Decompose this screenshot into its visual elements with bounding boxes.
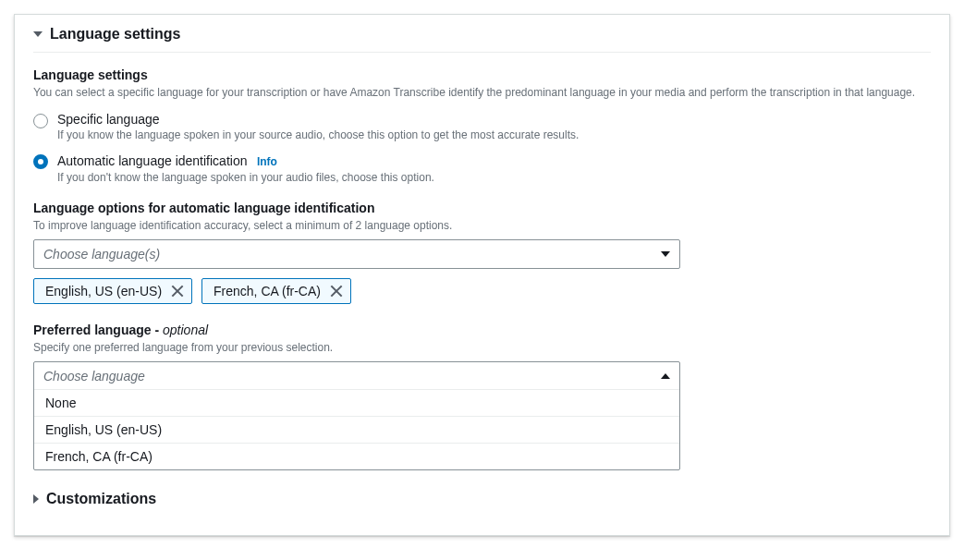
preferred-language-select-header[interactable]: Choose language (34, 362, 679, 390)
radio-specific-label: Specific language (57, 112, 579, 127)
close-icon[interactable] (330, 285, 343, 298)
close-icon[interactable] (171, 285, 184, 298)
radio-text-wrap: Specific language If you know the langua… (57, 112, 579, 141)
info-link[interactable]: Info (257, 155, 277, 168)
customizations-section-header[interactable]: Customizations (33, 474, 931, 517)
preferred-language-select-open: Choose language None English, US (en-US)… (33, 361, 680, 470)
radio-specific-language[interactable]: Specific language If you know the langua… (33, 112, 931, 141)
preferred-language-title-main: Preferred language - (33, 323, 163, 337)
radio-icon-selected[interactable] (33, 154, 48, 169)
option-none[interactable]: None (34, 390, 679, 417)
radio-automatic-language[interactable]: Automatic language identification Info I… (33, 152, 931, 184)
radio-icon[interactable] (33, 114, 48, 128)
language-options-title: Language options for automatic language … (33, 201, 931, 215)
language-token-fr-ca: French, CA (fr-CA) (201, 278, 351, 304)
language-settings-panel: Language settings Language settings You … (14, 14, 950, 536)
radio-text-wrap: Automatic language identification Info I… (57, 152, 434, 184)
selected-language-tokens: English, US (en-US) French, CA (fr-CA) (33, 278, 931, 304)
language-token-en-us: English, US (en-US) (33, 278, 192, 304)
language-options-description: To improve language identification accur… (33, 217, 931, 234)
option-fr-ca[interactable]: French, CA (fr-CA) (34, 444, 679, 469)
radio-auto-label-row: Automatic language identification Info (57, 152, 434, 169)
language-settings-title: Language settings (33, 67, 931, 82)
caret-down-icon (661, 251, 670, 257)
preferred-language-title-optional: optional (163, 323, 208, 337)
language-mode-radio-group: Specific language If you know the langua… (33, 112, 931, 184)
radio-specific-description: If you know the language spoken in your … (57, 128, 579, 141)
caret-down-icon (33, 31, 43, 37)
language-settings-description: You can select a specific language for y… (33, 84, 931, 101)
select-placeholder: Choose language(s) (43, 247, 160, 262)
caret-right-icon (33, 494, 39, 504)
language-settings-intro: Language settings You can select a speci… (33, 67, 931, 101)
preferred-language-description: Specify one preferred language from your… (33, 339, 931, 356)
preferred-language-field: Preferred language - optional Specify on… (33, 323, 931, 470)
preferred-language-dropdown: Choose language None English, US (en-US)… (33, 361, 680, 470)
select-placeholder: Choose language (43, 369, 145, 383)
language-settings-content: Language settings You can select a speci… (33, 53, 931, 517)
section-title: Customizations (46, 491, 156, 507)
preferred-language-options-list: None English, US (en-US) French, CA (fr-… (34, 390, 679, 469)
language-settings-section-header[interactable]: Language settings (33, 15, 931, 53)
language-options-field: Language options for automatic language … (33, 201, 931, 304)
section-title: Language settings (50, 26, 180, 43)
option-en-us[interactable]: English, US (en-US) (34, 417, 679, 444)
token-label: English, US (en-US) (45, 284, 162, 298)
token-label: French, CA (fr-CA) (214, 284, 321, 298)
radio-auto-description: If you don't know the language spoken in… (57, 171, 434, 184)
preferred-language-title: Preferred language - optional (33, 323, 931, 337)
caret-up-icon (661, 373, 670, 379)
language-options-select[interactable]: Choose language(s) (33, 239, 680, 269)
radio-auto-label: Automatic language identification (57, 153, 247, 168)
